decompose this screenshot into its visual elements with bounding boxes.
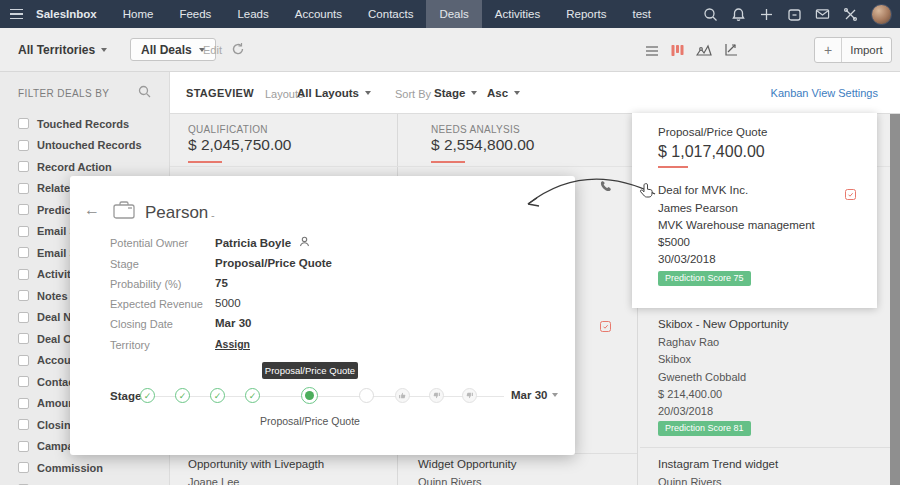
checkbox[interactable] [18,290,29,301]
checkbox[interactable] [18,269,29,280]
nav-item-feeds[interactable]: Feeds [166,0,224,28]
search-icon[interactable] [703,7,718,22]
stage-done-icon[interactable]: ✓ [140,388,155,403]
filter-item[interactable]: Touched Records [0,113,170,135]
closing-date-value[interactable]: Mar 30 [215,317,251,329]
stage-current-icon[interactable] [301,387,318,404]
deal-detail-title: Pearson [145,203,208,223]
stage-value[interactable]: Proposal/Price Quote [215,257,332,269]
edit-button[interactable]: Edit [203,44,222,56]
chevron-down-icon [552,393,558,397]
territory-assign-link[interactable]: Assign [215,338,250,350]
timeline-date-selector[interactable]: Mar 30 [511,389,558,401]
checkbox[interactable] [18,355,29,366]
sort-order-selector[interactable]: Asc [487,87,520,99]
checkbox[interactable] [18,398,29,409]
checkbox[interactable] [18,419,29,430]
deal-title[interactable]: Deal for MVK Inc. [658,184,748,196]
thumb-up-icon[interactable] [395,388,410,403]
checkbox[interactable] [18,441,29,452]
add-deal-button[interactable]: + [815,38,842,62]
refresh-icon[interactable] [231,42,245,60]
sort-field-selector[interactable]: Stage [434,87,477,99]
checkbox[interactable] [18,118,29,129]
title-edit-hint[interactable]: - [211,209,215,221]
filter-search-icon[interactable] [138,84,151,102]
checkbox[interactable] [18,376,29,387]
task-icon[interactable] [600,318,611,336]
stage-upcoming-icon[interactable] [359,388,374,403]
nav-item-accounts[interactable]: Accounts [282,0,355,28]
chart-view-icon[interactable] [696,43,712,61]
hamburger-icon[interactable] [0,0,30,28]
forecast-view-icon[interactable] [724,43,738,61]
checkbox[interactable] [18,462,29,473]
column-qualification-total: $ 2,045,750.00 [188,136,291,154]
column-needs-analysis-total: $ 2,554,800.00 [431,136,534,154]
chevron-down-icon [514,91,520,95]
kanban-view-icon[interactable] [671,43,684,61]
task-icon[interactable] [845,186,856,204]
probability-value[interactable]: 75 [215,277,228,289]
nav-item-activities[interactable]: Activities [482,0,553,28]
deal-title[interactable]: Instagram Trend widget [658,458,778,470]
scroll-strip[interactable] [890,114,900,485]
checkbox[interactable] [18,226,29,237]
filter-item[interactable]: Commission [0,457,170,479]
filter-item[interactable] [0,479,170,485]
column-accent [188,161,222,163]
prediction-score-badge: Prediction Score 75 [658,271,751,286]
nav-item-test[interactable]: test [619,0,664,28]
person-icon[interactable] [299,237,310,249]
nav-item-contacts[interactable]: Contacts [355,0,426,28]
checkbox[interactable] [18,140,29,151]
sortby-label: Sort By [395,88,431,100]
deal-contact: Gweneth Cobbald [658,371,746,383]
plus-icon[interactable] [759,7,774,22]
briefcase-icon [112,200,136,224]
tools-icon[interactable] [843,7,858,22]
potential-owner-value[interactable]: Patricia Boyle [215,236,310,249]
checkbox[interactable] [18,247,29,258]
deal-title[interactable]: Skibox - New Opportunity [658,318,788,330]
field-label: Territory [110,339,150,351]
filter-item[interactable]: Record Action [0,156,170,178]
nav-item-leads[interactable]: Leads [224,0,281,28]
checkbox[interactable] [18,161,29,172]
deal-owner: Quinn Rivers [658,476,722,485]
deal-amount: $ 214,400.00 [658,388,722,400]
filter-item[interactable]: Untouched Records [0,135,170,157]
back-arrow-icon[interactable]: ← [84,202,100,218]
user-avatar[interactable] [871,4,892,25]
nav-item-salesinbox[interactable]: SalesInbox [30,0,110,28]
stage-done-icon[interactable]: ✓ [245,388,260,403]
expected-revenue-value[interactable]: 5000 [215,297,241,309]
filter-title: FILTER DEALS BY [18,88,109,99]
checkbox[interactable] [18,333,29,344]
mail-icon[interactable] [815,7,830,22]
nav-item-deals[interactable]: Deals [426,0,481,28]
kanban-view-settings-link[interactable]: Kanban View Settings [771,87,878,99]
import-button[interactable]: Import [842,38,891,62]
deal-title[interactable]: Widget Opportunity [418,458,516,470]
list-view-icon[interactable] [645,43,659,61]
deal-date: 30/03/2018 [658,253,716,265]
thumb-down-icon[interactable] [429,388,444,403]
deal-account: Skibox [658,353,691,365]
stage-done-icon[interactable]: ✓ [175,388,190,403]
deal-title[interactable]: Opportunity with Livepagth [188,458,324,470]
nav-item-home[interactable]: Home [110,0,167,28]
layouts-selector[interactable]: All Layouts [297,87,371,99]
checkbox[interactable] [18,183,29,194]
territory-selector[interactable]: All Territories [18,43,107,57]
checkbox[interactable] [18,204,29,215]
calendar-icon[interactable] [787,7,802,22]
thumb-down-icon[interactable] [462,388,477,403]
field-label: Probability (%) [110,278,182,290]
checkbox[interactable] [18,312,29,323]
stage-done-icon[interactable]: ✓ [210,388,225,403]
field-label: Potential Owner [110,237,188,249]
nav-item-reports[interactable]: Reports [553,0,619,28]
field-label: Closing Date [110,318,173,330]
bell-icon[interactable] [731,7,746,22]
